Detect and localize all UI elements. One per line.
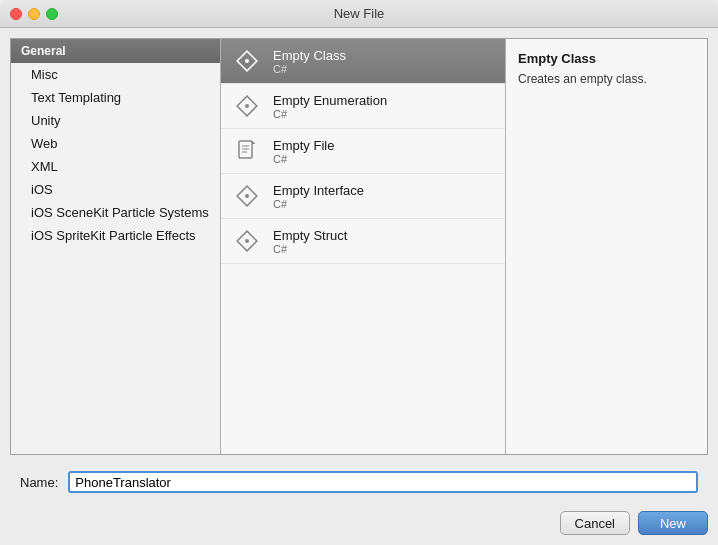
sidebar-item-xml[interactable]: XML [11,155,220,178]
template-text: Empty ClassC# [273,48,346,75]
template-title: Empty File [273,138,334,153]
template-subtitle: C# [273,63,346,75]
sidebar-item-ios-spritekit-particle-effects[interactable]: iOS SpriteKit Particle Effects [11,224,220,247]
minimize-button[interactable] [28,8,40,20]
template-subtitle: C# [273,198,364,210]
svg-point-1 [245,59,249,63]
template-item-empty-struct[interactable]: Empty StructC# [221,219,505,264]
category-header: General [11,39,220,63]
detail-description: Creates an empty class. [518,72,695,86]
template-item-empty-interface[interactable]: Empty InterfaceC# [221,174,505,219]
svg-point-3 [245,104,249,108]
sidebar-item-unity[interactable]: Unity [11,109,220,132]
name-row: Name: [10,463,708,501]
left-panel: General MiscText TemplatingUnityWebXMLiO… [11,39,221,454]
template-title: Empty Interface [273,183,364,198]
panels: General MiscText TemplatingUnityWebXMLiO… [10,38,708,455]
file-icon [231,135,263,167]
middle-panel: Empty ClassC# Empty EnumerationC# Empty … [221,39,506,454]
diamond-icon [231,45,263,77]
sidebar-item-text-templating[interactable]: Text Templating [11,86,220,109]
template-text: Empty StructC# [273,228,347,255]
svg-point-13 [245,239,249,243]
buttons-row: Cancel New [0,511,718,545]
template-subtitle: C# [273,153,334,165]
template-text: Empty FileC# [273,138,334,165]
diamond-icon [231,90,263,122]
new-button[interactable]: New [638,511,708,535]
template-subtitle: C# [273,108,387,120]
diamond-icon [231,225,263,257]
name-label: Name: [20,475,58,490]
sidebar-item-ios-scenekit-particle-systems[interactable]: iOS SceneKit Particle Systems [11,201,220,224]
close-button[interactable] [10,8,22,20]
template-item-empty-file[interactable]: Empty FileC# [221,129,505,174]
template-text: Empty InterfaceC# [273,183,364,210]
sidebar-item-ios[interactable]: iOS [11,178,220,201]
name-input[interactable] [68,471,698,493]
cancel-button[interactable]: Cancel [560,511,630,535]
traffic-lights [10,8,58,20]
template-subtitle: C# [273,243,347,255]
sidebar-item-misc[interactable]: Misc [11,63,220,86]
template-title: Empty Struct [273,228,347,243]
title-bar: New File [0,0,718,28]
right-panel: Empty Class Creates an empty class. [506,39,707,454]
template-text: Empty EnumerationC# [273,93,387,120]
detail-title: Empty Class [518,51,695,66]
template-title: Empty Class [273,48,346,63]
main-content: General MiscText TemplatingUnityWebXMLiO… [0,28,718,511]
template-item-empty-class[interactable]: Empty ClassC# [221,39,505,84]
maximize-button[interactable] [46,8,58,20]
template-item-empty-enumeration[interactable]: Empty EnumerationC# [221,84,505,129]
sidebar-item-web[interactable]: Web [11,132,220,155]
diamond-icon [231,180,263,212]
window-title: New File [334,6,385,21]
template-title: Empty Enumeration [273,93,387,108]
svg-point-11 [245,194,249,198]
